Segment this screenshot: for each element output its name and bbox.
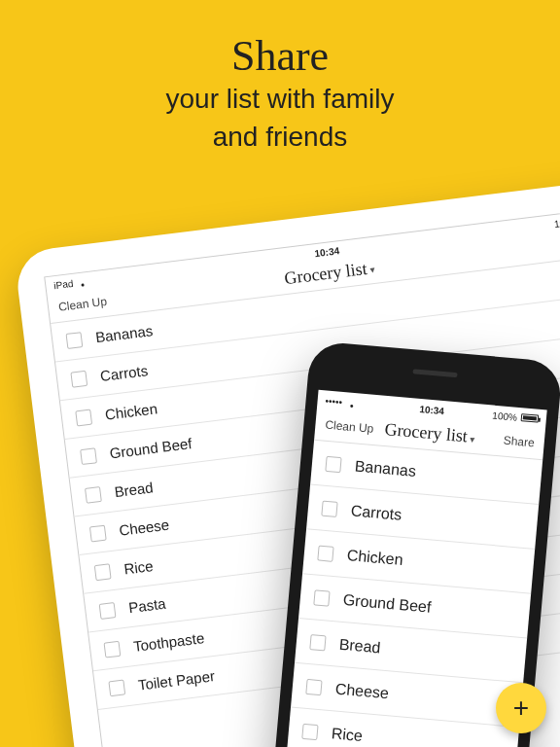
item-label: Chicken xyxy=(104,400,158,422)
checkbox[interactable] xyxy=(325,455,341,472)
item-label: Bananas xyxy=(94,322,154,345)
item-label: Cheese xyxy=(334,680,390,702)
checkbox[interactable] xyxy=(305,678,322,694)
item-label: Pasta xyxy=(127,595,166,617)
checkbox[interactable] xyxy=(85,485,102,503)
checkbox[interactable] xyxy=(75,409,92,426)
promo-sub-2: and friends xyxy=(0,120,560,154)
checkbox[interactable] xyxy=(108,679,125,696)
item-label: Ground Beef xyxy=(109,435,193,461)
promo-heading: Share your list with family and friends xyxy=(0,35,560,154)
item-label: Toothpaste xyxy=(132,629,205,655)
wifi-icon xyxy=(77,276,89,287)
item-label: Bananas xyxy=(354,457,417,480)
promo-sub-1: your list with family xyxy=(0,82,560,116)
item-label: Rice xyxy=(331,725,363,745)
item-label: Toilet Paper xyxy=(137,667,216,694)
item-label: Ground Beef xyxy=(342,590,432,616)
item-label: Bread xyxy=(338,635,381,657)
checkbox[interactable] xyxy=(94,563,112,581)
battery-icon xyxy=(521,413,540,423)
promo-script: Share xyxy=(0,35,560,78)
battery-percent: 100% xyxy=(492,409,517,422)
list-title[interactable]: Grocery list xyxy=(384,419,476,447)
checkbox[interactable] xyxy=(89,524,107,542)
phone-speaker xyxy=(412,369,457,377)
checkbox[interactable] xyxy=(65,332,83,349)
signal-icon: ••••• xyxy=(325,395,342,407)
checkbox[interactable] xyxy=(313,589,330,606)
plus-icon: + xyxy=(513,693,529,724)
item-label: Carrots xyxy=(99,362,149,384)
item-label: Cheese xyxy=(119,516,170,539)
checkbox[interactable] xyxy=(99,602,117,620)
checkbox[interactable] xyxy=(80,447,97,465)
wifi-icon xyxy=(346,397,359,408)
share-button[interactable]: Share xyxy=(492,423,545,459)
add-button[interactable]: + xyxy=(496,683,546,733)
checkbox[interactable] xyxy=(317,545,333,561)
item-label: Carrots xyxy=(350,502,402,524)
checkbox[interactable] xyxy=(309,634,326,651)
battery-percent: 100% xyxy=(553,215,560,229)
item-label: Bread xyxy=(114,479,155,500)
item-label: Rice xyxy=(122,557,154,578)
item-label: Chicken xyxy=(346,547,403,569)
checkbox[interactable] xyxy=(103,640,121,658)
carrier-label: iPad xyxy=(53,277,74,290)
list-title[interactable]: Grocery list xyxy=(283,258,375,289)
clean-up-button[interactable]: Clean Up xyxy=(314,408,385,445)
checkbox[interactable] xyxy=(321,500,337,516)
checkbox[interactable] xyxy=(301,723,318,739)
checkbox[interactable] xyxy=(70,370,88,387)
